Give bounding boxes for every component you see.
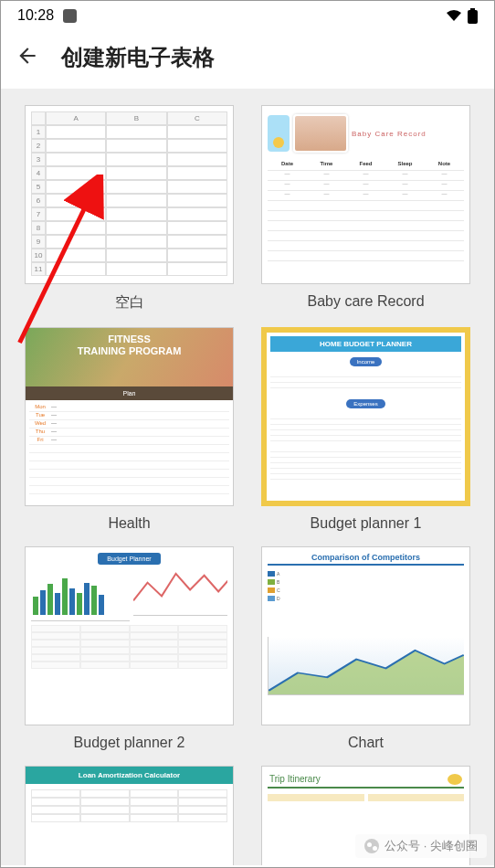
svg-rect-1	[468, 10, 478, 24]
template-label: Budget planner 1	[261, 515, 470, 532]
watermark: 公众号 · 尖峰创圈	[355, 834, 487, 858]
template-loan[interactable]: Loan Amortization Calculator	[25, 766, 234, 865]
template-budget-2[interactable]: Budget Planner	[25, 546, 234, 751]
template-gallery: A B C 1 2 3 4 5 6 7 8 9 10 11 空白	[1, 89, 494, 865]
baby-photo	[293, 114, 348, 153]
watermark-text: 公众号 · 尖峰创圈	[384, 838, 478, 854]
wechat-icon	[364, 839, 379, 853]
template-label: Health	[25, 515, 234, 532]
template-chart[interactable]: Comparison of Competitors A B C D	[261, 546, 470, 751]
template-label: Baby care Record	[261, 293, 470, 310]
wifi-icon	[446, 9, 462, 22]
template-blank[interactable]: A B C 1 2 3 4 5 6 7 8 9 10 11 空白	[25, 105, 234, 312]
page-title: 创建新电子表格	[61, 43, 215, 72]
svg-rect-0	[470, 8, 475, 10]
sun-icon	[448, 774, 462, 785]
template-label: Budget planner 2	[25, 735, 234, 751]
battery-icon	[468, 8, 478, 24]
app-header: 创建新电子表格	[1, 30, 494, 89]
blank-spreadsheet-preview: A B C 1 2 3 4 5 6 7 8 9 10 11	[31, 111, 227, 276]
template-label: Chart	[261, 735, 470, 751]
template-baby-care[interactable]: Baby Care Record DateTimeFeedSleepNote —…	[261, 105, 470, 312]
template-budget-1[interactable]: HOME BUDGET PLANNER Income Expenses Budg…	[261, 327, 470, 532]
status-bar: 10:28	[1, 1, 494, 30]
back-button[interactable]	[16, 44, 39, 71]
baby-preview-title: Baby Care Record	[352, 130, 427, 138]
status-time: 10:28	[17, 7, 54, 24]
template-label: 空白	[25, 293, 234, 312]
baby-icon	[268, 115, 290, 152]
status-app-indicator	[63, 9, 77, 23]
template-health[interactable]: FITNESS TRAINING PROGRAM Plan Mon— Tue— …	[25, 327, 234, 532]
